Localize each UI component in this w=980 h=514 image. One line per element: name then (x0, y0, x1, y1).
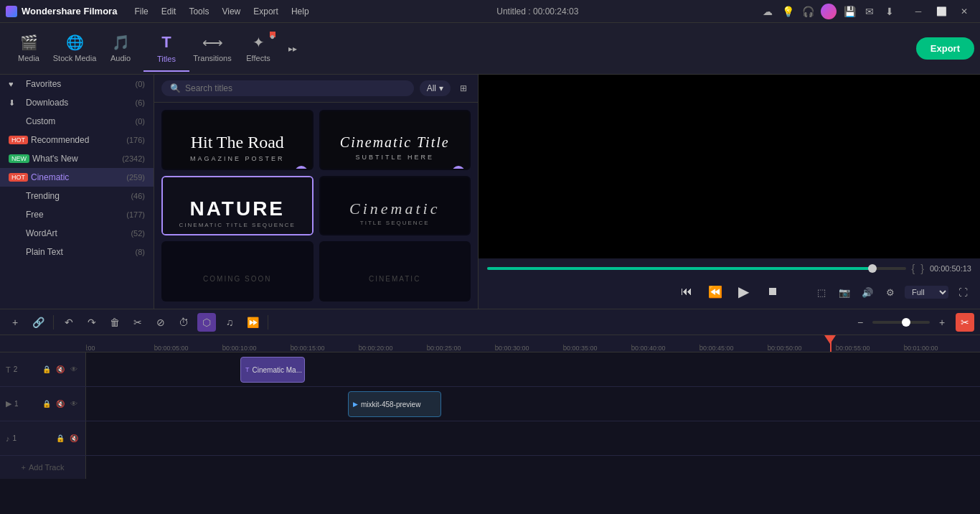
sidebar-item-recommended[interactable]: HOT Recommended (176) (0, 131, 154, 149)
hot-badge-cinematic: HOT (9, 173, 28, 182)
tick-0: :00 (86, 345, 95, 352)
step-backward-button[interactable]: ⏮ (677, 281, 697, 302)
track-mute-v2[interactable]: 🔇 (55, 364, 66, 375)
disable-button[interactable]: ⊘ (151, 313, 170, 332)
link-button[interactable]: 🔗 (29, 313, 47, 332)
download-icon[interactable]: ⬇ (882, 4, 897, 19)
audio-detach-button[interactable]: ♫ (220, 313, 239, 332)
zoom-slider[interactable] (872, 321, 930, 324)
title-card-3[interactable]: NATURE CINEMATIC TITLE SEQUENCE Cinemati… (161, 176, 314, 236)
export-button[interactable]: Export (916, 37, 974, 60)
title-card-6[interactable]: CINEMATIC Cinematic Magazine Post... (319, 241, 471, 302)
duration-button[interactable]: ⏱ (174, 313, 193, 332)
speed-button[interactable]: ⏩ (243, 313, 262, 332)
stop-button[interactable]: ⏹ (763, 281, 783, 302)
sidebar-item-cinematic[interactable]: HOT Cinematic (259) (0, 168, 154, 187)
cloud-icon[interactable]: ☁ (760, 4, 775, 19)
zoom-select[interactable]: Full 50% 75% 100% (905, 286, 948, 299)
sidebar-plaintext-count: (8) (136, 248, 145, 256)
menu-file[interactable]: File (128, 4, 154, 19)
title-card-4[interactable]: Cinematic TITLE SEQUENCE Cinematic Magaz… (319, 176, 471, 236)
minimize-button[interactable]: ─ (908, 4, 928, 19)
toolbar-media[interactable]: 🎬 Media (6, 26, 52, 72)
track-mute-v1[interactable]: 🔇 (55, 398, 66, 410)
toolbar-stock-media[interactable]: 🌐 Stock Media (52, 26, 98, 72)
tick-40: 00:00:40:00 (631, 345, 666, 352)
track-hide-v1[interactable]: 👁 (68, 398, 80, 410)
progress-track[interactable] (487, 267, 906, 270)
title-card-2[interactable]: Cinematic Title SUBTITLE HERE ⬇ Cinemati… (319, 110, 471, 170)
track-number-a1: 1 (13, 434, 17, 442)
frame-back-button[interactable]: ⏪ (705, 281, 725, 302)
title-clip-1[interactable]: T Cinematic Ma... (240, 357, 305, 383)
track-content-a1 (86, 421, 980, 455)
zoom-in-button[interactable]: + (933, 313, 951, 332)
close-button[interactable]: ✕ (954, 4, 974, 19)
stock-media-icon: 🌐 (66, 34, 84, 51)
menu-edit[interactable]: Edit (156, 4, 182, 19)
menu-bar: File Edit Tools View Export Help (128, 4, 314, 19)
sidebar-collapse-button[interactable]: ‹ (154, 177, 154, 206)
titles-grid: Hit The Road MAGAZINE POSTER ⬇ Cinematic… (154, 103, 478, 309)
title-card-5[interactable]: COMING SOON Cinematic Magazine Post... (161, 241, 314, 302)
maximize-button[interactable]: ⬜ (931, 4, 951, 19)
toolbar-media-label: Media (18, 54, 39, 62)
toolbar-transitions[interactable]: ⟷ Transitions (189, 26, 235, 72)
playhead[interactable]: ✂ (830, 335, 831, 352)
brightness-icon[interactable]: 💡 (781, 4, 795, 19)
fullscreen-button[interactable]: ⛶ (954, 284, 971, 301)
snapshot-button[interactable]: 📷 (836, 284, 853, 301)
zoom-out-button[interactable]: − (851, 313, 870, 332)
search-input[interactable] (185, 83, 405, 93)
track-lock-a1[interactable]: 🔒 (55, 433, 66, 444)
add-media-button[interactable]: + (6, 313, 24, 332)
menu-help[interactable]: Help (286, 4, 315, 19)
settings-button[interactable]: ⚙ (882, 284, 899, 301)
mail-icon[interactable]: ✉ (862, 4, 877, 19)
sidebar-item-wordart[interactable]: WordArt (52) (0, 224, 154, 243)
volume-button[interactable]: 🔊 (859, 284, 876, 301)
sidebar-item-free[interactable]: Free (177) (0, 205, 154, 224)
timeline-area: + 🔗 ↶ ↷ 🗑 ✂ ⊘ ⏱ ⬡ ♫ ⏩ − + ✂ :00 00:00:05… (0, 309, 980, 514)
redo-button[interactable]: ↷ (83, 313, 101, 332)
menu-view[interactable]: View (216, 4, 246, 19)
grid-view-button[interactable]: ⊞ (456, 81, 471, 95)
video-clip-1[interactable]: ▶ mixkit-458-preview (348, 391, 441, 417)
split-button[interactable]: ⬡ (197, 313, 216, 332)
sidebar-item-custom[interactable]: Custom (0) (0, 112, 154, 131)
save-icon[interactable]: 💾 (842, 4, 857, 19)
main-toolbar: 🎬 Media 🌐 Stock Media 🎵 Audio T Titles ⟷… (0, 23, 980, 75)
user-avatar[interactable] (821, 4, 837, 19)
cut-button[interactable]: ✂ (128, 313, 147, 332)
undo-button[interactable]: ↶ (60, 313, 78, 332)
sidebar-item-plain-text[interactable]: Plain Text (8) (0, 243, 154, 261)
menu-export[interactable]: Export (248, 4, 284, 19)
add-track-button[interactable]: + Add Track (0, 456, 86, 479)
sidebar-item-whats-new[interactable]: NEW What's New (2342) (0, 149, 154, 168)
play-button[interactable]: ▶ (734, 281, 754, 302)
fit-to-screen-button[interactable]: ⬚ (813, 284, 830, 301)
menu-tools[interactable]: Tools (183, 4, 215, 19)
toolbar-audio[interactable]: 🎵 Audio (98, 26, 143, 72)
track-hide-v2[interactable]: 👁 (68, 364, 80, 375)
sidebar-item-trending[interactable]: Trending (46) (0, 187, 154, 205)
sidebar-downloads-count: (6) (136, 98, 145, 107)
track-title-v2: T 2 🔒 🔇 👁 T Cinematic Ma... (0, 352, 980, 387)
sidebar-wordart-count: (52) (131, 229, 145, 238)
track-lock-v2[interactable]: 🔒 (41, 364, 52, 375)
toolbar-more-button[interactable]: ▸▸ (284, 40, 301, 57)
delete-button[interactable]: 🗑 (105, 313, 124, 332)
video-clip-label: mixkit-458-preview (361, 401, 420, 408)
toolbar-titles[interactable]: T Titles (143, 26, 189, 72)
app-logo-icon (6, 6, 17, 17)
sidebar-item-downloads[interactable]: ⬇ Downloads (6) (0, 93, 154, 112)
track-content-v2: T Cinematic Ma... (86, 352, 980, 386)
new-badge-whats-new: NEW (9, 154, 29, 163)
track-mute-a1[interactable]: 🔇 (68, 433, 80, 444)
title-card-1[interactable]: Hit The Road MAGAZINE POSTER ⬇ Cinematic… (161, 110, 314, 170)
filter-dropdown[interactable]: All ▾ (420, 80, 451, 96)
toolbar-effects[interactable]: ✦ Effects ● (235, 26, 281, 72)
headset-icon[interactable]: 🎧 (801, 4, 815, 19)
sidebar-item-favorites[interactable]: ♥ Favorites (0) (0, 75, 154, 93)
track-lock-v1[interactable]: 🔒 (41, 398, 52, 410)
